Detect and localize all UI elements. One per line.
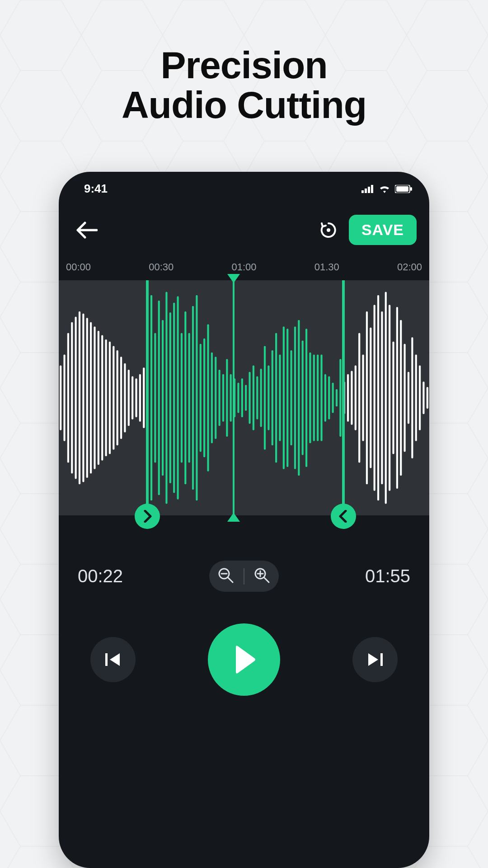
battery-icon: [395, 185, 412, 193]
svg-rect-90: [366, 311, 368, 485]
svg-rect-22: [109, 342, 111, 454]
chevron-left-icon: [338, 510, 348, 523]
svg-rect-69: [286, 329, 288, 467]
svg-rect-58: [245, 385, 247, 410]
svg-rect-43: [188, 333, 190, 462]
svg-rect-45: [196, 295, 197, 500]
svg-rect-93: [377, 295, 379, 500]
play-button[interactable]: [208, 623, 280, 696]
svg-rect-103: [415, 354, 417, 441]
svg-rect-99: [400, 320, 402, 476]
trim-start-knob[interactable]: [135, 504, 160, 529]
skip-forward-button[interactable]: [352, 637, 398, 682]
playhead[interactable]: [233, 275, 235, 521]
time-zoom-row: 00:22 01:55: [59, 542, 429, 592]
svg-rect-78: [320, 354, 322, 441]
save-button[interactable]: SAVE: [349, 215, 417, 245]
svg-rect-105: [422, 382, 424, 414]
ruler-tick: 00:00: [66, 261, 91, 273]
svg-rect-100: [404, 344, 406, 452]
svg-rect-31: [143, 368, 145, 428]
svg-rect-39: [173, 303, 175, 493]
status-bar: 9:41: [59, 172, 429, 199]
svg-rect-23: [113, 346, 114, 450]
svg-rect-73: [302, 340, 304, 455]
phone-frame: 9:41 SAVE 00:00 00:30 01:00 01.30 02:00: [59, 172, 429, 868]
svg-rect-59: [249, 372, 250, 424]
zoom-separator: [244, 568, 244, 585]
arrow-left-icon: [76, 221, 98, 239]
svg-rect-29: [135, 378, 137, 417]
svg-rect-81: [332, 383, 334, 413]
svg-rect-61: [256, 376, 258, 420]
svg-rect-70: [290, 350, 292, 446]
svg-rect-53: [226, 359, 228, 437]
svg-rect-35: [158, 301, 160, 495]
svg-rect-10: [63, 354, 65, 441]
svg-rect-94: [381, 311, 383, 485]
svg-rect-77: [317, 354, 319, 441]
svg-rect-1: [361, 190, 364, 193]
svg-rect-16: [86, 318, 88, 478]
svg-rect-26: [124, 363, 126, 432]
statusbar-time: 9:41: [84, 182, 108, 196]
svg-rect-47: [203, 338, 205, 457]
waveform-area[interactable]: [59, 280, 429, 515]
zoom-out-button[interactable]: [215, 564, 237, 588]
svg-line-108: [228, 577, 233, 582]
svg-rect-88: [358, 333, 360, 462]
svg-rect-98: [396, 307, 398, 489]
svg-rect-106: [427, 387, 428, 409]
reset-button[interactable]: [319, 221, 338, 240]
svg-rect-101: [408, 372, 409, 424]
cellular-icon: [361, 185, 374, 193]
trim-end-handle[interactable]: [342, 280, 345, 515]
svg-rect-21: [105, 340, 107, 456]
svg-rect-44: [192, 306, 194, 490]
svg-rect-9: [60, 365, 61, 430]
svg-rect-91: [370, 328, 371, 468]
svg-rect-62: [260, 368, 262, 427]
top-bar: SAVE: [59, 199, 429, 250]
svg-rect-60: [253, 365, 254, 430]
skip-back-button[interactable]: [90, 637, 136, 682]
svg-rect-19: [98, 331, 99, 465]
trim-end-knob[interactable]: [331, 504, 356, 529]
svg-rect-37: [165, 292, 167, 504]
svg-rect-63: [264, 346, 266, 450]
svg-rect-64: [267, 365, 269, 430]
trim-start-handle[interactable]: [146, 280, 149, 515]
skip-forward-icon: [366, 651, 385, 668]
zoom-out-icon: [217, 567, 235, 584]
svg-rect-18: [94, 326, 95, 469]
svg-rect-96: [389, 305, 390, 491]
ruler-tick: 00:30: [149, 261, 174, 273]
wifi-icon: [379, 185, 390, 193]
transport-controls: [59, 592, 429, 696]
zoom-in-button[interactable]: [251, 564, 273, 588]
selection-end-time: 01:55: [365, 566, 410, 586]
headline-line2: Audio Cutting: [0, 85, 488, 125]
svg-rect-13: [75, 317, 77, 479]
statusbar-indicators: [361, 185, 412, 193]
svg-rect-42: [184, 311, 186, 485]
svg-rect-54: [230, 374, 232, 421]
svg-rect-50: [215, 357, 216, 439]
zoom-controls: [209, 561, 279, 592]
back-button[interactable]: [76, 221, 98, 239]
svg-rect-51: [219, 370, 221, 426]
svg-rect-67: [279, 354, 281, 441]
svg-rect-28: [131, 376, 133, 420]
svg-rect-12: [71, 322, 73, 474]
svg-rect-2: [365, 189, 367, 193]
svg-rect-3: [368, 187, 370, 193]
svg-rect-24: [117, 350, 118, 446]
page-title: Precision Audio Cutting: [0, 45, 488, 125]
skip-back-icon: [103, 651, 122, 668]
svg-rect-11: [67, 333, 69, 462]
svg-rect-46: [200, 344, 202, 452]
svg-rect-34: [154, 333, 156, 462]
svg-rect-79: [324, 374, 326, 421]
ruler-tick: 02:00: [397, 261, 422, 273]
svg-line-111: [264, 577, 269, 582]
